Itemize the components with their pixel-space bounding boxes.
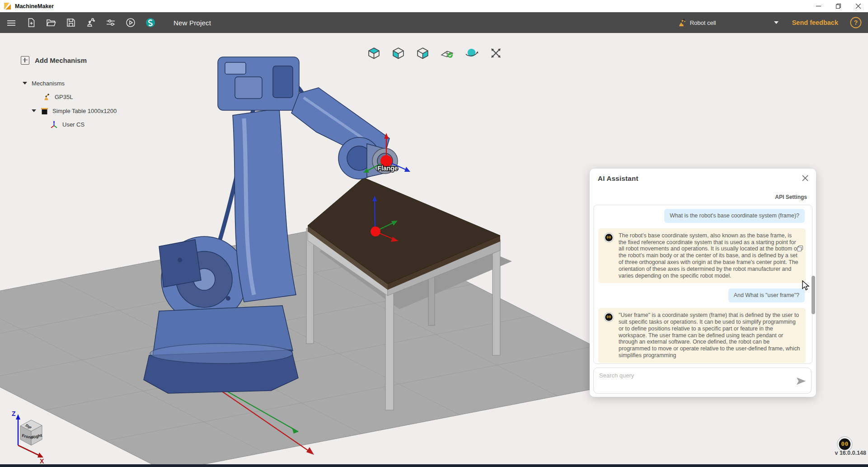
main-toolbar: New Project Robot cell Send feedback ?	[0, 12, 868, 33]
query-input[interactable]	[594, 368, 811, 393]
version-label: v 16.0.0.148	[835, 450, 866, 456]
tree-item-user-cs[interactable]: User CS	[50, 119, 84, 129]
tree-item-label: User CS	[62, 121, 84, 128]
close-icon	[856, 4, 861, 9]
title-bar: MachineMaker	[0, 0, 868, 12]
chevron-down-icon	[774, 21, 779, 24]
add-mechanism-label: Add Mechanism	[35, 57, 87, 64]
save-icon	[66, 17, 76, 28]
view-cube-top-icon[interactable]	[367, 46, 381, 60]
assistant-message-text: "User frame" is a coordinate system (fra…	[619, 312, 800, 359]
caret-down-icon[interactable]	[23, 82, 27, 85]
open-project-button[interactable]	[42, 15, 60, 30]
project-title: New Project	[174, 19, 211, 27]
tree-item-simple-table[interactable]: Simple Table 1000x1200	[32, 106, 117, 116]
assistant-message: "User frame" is a coordinate system (fra…	[598, 308, 806, 363]
flange-label: Flange	[377, 165, 398, 172]
cell-selector-label: Robot cell	[690, 19, 716, 26]
robot-icon	[85, 17, 96, 28]
table-icon	[41, 107, 48, 115]
nav-cube[interactable]: Z X Top Front Right	[12, 410, 44, 465]
send-icon[interactable]	[796, 377, 807, 386]
ai-assistant-panel: AI Assistant API Settings What is the ro…	[590, 169, 816, 397]
assistant-avatar-icon	[604, 312, 614, 322]
user-message: What is the robot's base coordinate syst…	[664, 209, 805, 223]
robot-cell-icon	[676, 18, 686, 28]
fit-view-icon[interactable]	[489, 46, 503, 60]
user-message: And What is "user frame"?	[728, 288, 805, 302]
hamburger-menu-icon	[6, 17, 17, 28]
help-button[interactable]: ?	[850, 17, 862, 28]
axes-icon	[50, 120, 58, 129]
view-cube-front-icon[interactable]	[391, 46, 405, 60]
robot-settings-button[interactable]	[82, 15, 99, 30]
chat-history[interactable]: What is the robot's base coordinate syst…	[593, 205, 812, 364]
caret-down-icon[interactable]	[32, 109, 36, 112]
minimize-button[interactable]	[808, 0, 828, 12]
restore-icon	[836, 4, 841, 9]
hamburger-menu-button[interactable]	[3, 15, 20, 30]
floor-plane	[0, 223, 655, 467]
s-logo-icon	[145, 17, 156, 28]
tree-item-label: Simple Table 1000x1200	[52, 108, 117, 114]
save-button[interactable]	[62, 15, 80, 30]
chat-scrollbar[interactable]	[812, 276, 815, 314]
s-logo-button[interactable]	[142, 15, 159, 30]
tree-item-gp35l[interactable]: GP35L	[42, 92, 73, 102]
settings-sliders-button[interactable]	[102, 15, 119, 30]
view-toolbar	[367, 46, 503, 60]
workplane-check-icon[interactable]	[440, 46, 454, 60]
machinemaker-window: Flange Z X Top Front Right MachineMaker	[0, 0, 868, 467]
maximize-button[interactable]	[828, 0, 848, 12]
copy-message-button[interactable]	[797, 245, 803, 252]
svg-text:?: ?	[854, 19, 858, 26]
query-input-box[interactable]	[593, 368, 812, 394]
orbit-view-icon[interactable]	[464, 46, 479, 60]
close-button[interactable]	[848, 0, 868, 12]
assistant-avatar-icon	[604, 232, 614, 243]
view-cube-side-icon[interactable]	[416, 46, 430, 60]
ai-close-button[interactable]	[802, 175, 809, 182]
app-title: MachineMaker	[15, 3, 54, 9]
simulation-play-button[interactable]	[122, 15, 139, 30]
new-project-icon	[26, 17, 37, 28]
tree-item-label: Mechanisms	[32, 80, 65, 87]
new-project-button[interactable]	[23, 15, 40, 30]
open-project-icon	[46, 17, 56, 28]
plus-icon	[21, 56, 29, 65]
bottom-strip	[0, 464, 868, 467]
mouse-cursor	[802, 280, 811, 291]
simulation-play-icon	[125, 17, 136, 28]
tree-item-mechanisms[interactable]: Mechanisms	[23, 78, 65, 88]
assistant-message: The robot's base coordinate system, also…	[598, 228, 806, 283]
add-mechanism-button[interactable]: Add Mechanism	[21, 55, 87, 65]
app-logo-icon	[4, 2, 11, 10]
robot-icon	[42, 93, 51, 101]
settings-sliders-icon	[105, 17, 116, 28]
nav-axis-x-label: X	[40, 458, 44, 465]
nav-axis-z-label: Z	[12, 410, 16, 417]
minimize-icon	[816, 4, 821, 9]
ai-assistant-title: AI Assistant	[598, 175, 638, 182]
api-settings-link[interactable]: API Settings	[775, 194, 807, 200]
send-feedback-link[interactable]: Send feedback	[792, 19, 838, 26]
tree-item-label: GP35L	[55, 94, 73, 100]
cell-selector-dropdown[interactable]: Robot cell	[676, 18, 779, 28]
assistant-message-text: The robot's base coordinate system, also…	[619, 232, 800, 279]
